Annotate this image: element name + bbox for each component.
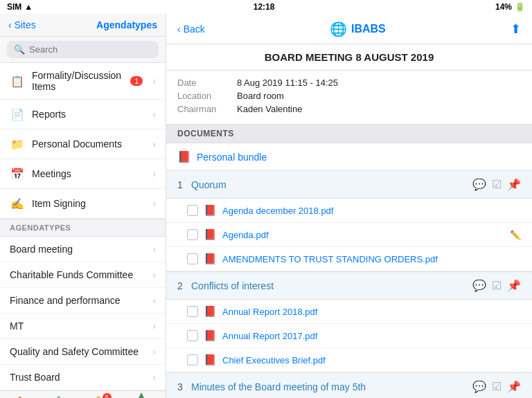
search-input[interactable] — [29, 44, 152, 55]
sidebar-back-label: Sites — [15, 19, 36, 30]
doc-name: Agenda december 2018.pdf — [222, 206, 521, 216]
item-signing-icon: ✍️ — [10, 196, 25, 211]
agenda-item-3-header: 3 Minutes of the Board meeting of may 5t… — [166, 373, 532, 398]
agenda-item-1-num: 1 — [177, 179, 191, 190]
sidebar-item-meetings[interactable]: 📅 Meetings › — [0, 159, 166, 189]
meeting-info: Date 8 Aug 2019 11:15 - 14:25 Location B… — [166, 71, 532, 125]
pdf-icon: 📕 — [204, 329, 217, 342]
reports-label: Reports — [32, 109, 145, 120]
sidebar-back-button[interactable]: ‹ Sites — [8, 19, 36, 30]
doc-name: Agenda.pdf — [222, 230, 504, 240]
pin-icon-2[interactable]: 📌 — [507, 279, 521, 292]
agenda-item-2: 2 Conflicts of interest 💬 ☑ 📌 📕 Annual R… — [166, 272, 532, 373]
doc-row[interactable]: 📕 AMENDMENTS TO TRUST STANDING ORDERS.pd… — [166, 247, 532, 271]
wifi-icon: ▲ — [24, 2, 33, 12]
doc-row[interactable]: 📕 Annual Report 2017.pdf — [166, 324, 532, 348]
checkbox-icon-2[interactable]: ☑ — [492, 279, 502, 292]
search-input-wrap[interactable]: 🔍 — [7, 41, 159, 58]
checkbox-icon-3[interactable]: ☑ — [492, 380, 502, 393]
trust-board-label: Trust Board — [10, 372, 145, 383]
doc-checkbox[interactable] — [187, 354, 198, 365]
app-logo — [127, 391, 155, 398]
chevron-right-icon-board: › — [152, 244, 156, 255]
chairman-label: Chairman — [177, 104, 226, 114]
doc-checkbox[interactable] — [187, 330, 198, 341]
notification-badge: 5 — [103, 393, 112, 398]
upload-icon[interactable]: ⬆ — [511, 21, 521, 37]
agenda-item-3: 3 Minutes of the Board meeting of may 5t… — [166, 373, 532, 398]
sidebar-item-personal-docs[interactable]: 📁 Personal Documents › — [0, 129, 166, 159]
doc-checkbox[interactable] — [187, 253, 198, 264]
svg-marker-0 — [129, 392, 154, 398]
meetings-icon: 📅 — [10, 166, 25, 181]
mt-label: MT — [10, 320, 145, 332]
back-chevron-icon: ‹ — [177, 24, 181, 35]
personal-docs-icon: 📁 — [10, 136, 25, 152]
sidebar-item-trust-board[interactable]: Trust Board › — [0, 365, 166, 390]
comment-icon-2[interactable]: 💬 — [472, 279, 486, 292]
agenda-item-2-title: Conflicts of interest — [191, 280, 472, 291]
chevron-left-icon: ‹ — [8, 19, 12, 30]
agenda-item-1: 1 Quorum 💬 ☑ 📌 📕 Agenda december 2018.pd… — [166, 171, 532, 272]
content-area: ‹ Back 🌐 IBABS ⬆ BOARD MEETING 8 AUGUST … — [166, 14, 532, 398]
comment-icon-1[interactable]: 💬 — [472, 178, 486, 191]
formality-icon: 📋 — [10, 73, 25, 89]
agenda-item-1-actions: 💬 ☑ 📌 — [472, 178, 521, 191]
carrier-text: SIM — [7, 2, 21, 12]
search-icon: 🔍 — [14, 44, 25, 55]
formality-badge: 1 — [130, 76, 143, 86]
pin-icon-3[interactable]: 📌 — [507, 380, 521, 393]
personal-bundle-row[interactable]: 📕 Personal bundle — [166, 143, 532, 171]
chairman-value: Kaden Valentine — [237, 104, 302, 114]
checkbox-icon-1[interactable]: ☑ — [492, 178, 502, 191]
doc-row[interactable]: 📕 Agenda december 2018.pdf — [166, 199, 532, 223]
edit-icon[interactable]: ✏️ — [510, 230, 521, 240]
doc-row[interactable]: 📕 Annual Report 2018.pdf — [166, 300, 532, 324]
ibabs-logo: 🌐 IBABS — [330, 21, 386, 37]
agenda-item-3-actions: 💬 ☑ 📌 — [472, 380, 521, 393]
location-value: Board room — [237, 91, 284, 101]
sidebar-nav-items: 📋 Formality/Discussion Items 1 › 📄 Repor… — [0, 63, 166, 219]
doc-checkbox[interactable] — [187, 306, 198, 317]
charitable-funds-label: Charitable Funds Committee — [10, 269, 145, 280]
quality-safety-label: Quality and Safety Committee — [10, 346, 145, 357]
reports-icon: 📄 — [10, 107, 25, 122]
sidebar-item-finance[interactable]: Finance and performance › — [0, 288, 166, 314]
doc-row[interactable]: 📕 Chief Executives Brief.pdf — [166, 348, 532, 372]
personal-bundle-icon: 📕 — [177, 150, 191, 163]
bottom-bar: 🏠 ⚙️ 🔔 5 — [0, 390, 166, 398]
pin-icon-1[interactable]: 📌 — [507, 178, 521, 191]
chevron-right-icon-meetings: › — [152, 168, 156, 179]
sidebar-item-board-meeting[interactable]: Board meeting › — [0, 237, 166, 262]
status-bar-time: 12:18 — [254, 2, 275, 12]
pdf-icon: 📕 — [204, 228, 217, 241]
sidebar-item-reports[interactable]: 📄 Reports › — [0, 100, 166, 129]
content-top-bar: ‹ Back 🌐 IBABS ⬆ — [166, 14, 532, 44]
doc-row[interactable]: 📕 Agenda.pdf ✏️ — [166, 223, 532, 247]
sidebar-item-charitable-funds[interactable]: Charitable Funds Committee › — [0, 262, 166, 288]
sidebar-item-item-signing[interactable]: ✍️ Item Signing › — [0, 189, 166, 219]
date-label: Date — [177, 78, 226, 88]
doc-checkbox[interactable] — [187, 205, 198, 216]
location-label: Location — [177, 91, 226, 101]
agenda-item-2-actions: 💬 ☑ 📌 — [472, 279, 521, 292]
doc-checkbox[interactable] — [187, 229, 198, 240]
comment-icon-3[interactable]: 💬 — [472, 380, 486, 393]
status-bar: SIM ▲ 12:18 14% 🔋 — [0, 0, 532, 14]
sidebar-item-mt[interactable]: MT › — [0, 314, 166, 339]
chevron-right-icon-charitable: › — [152, 269, 156, 280]
agenda-item-1-header: 1 Quorum 💬 ☑ 📌 — [166, 171, 532, 199]
personal-bundle-text: Personal bundle — [197, 152, 267, 163]
sidebar-item-formality[interactable]: 📋 Formality/Discussion Items 1 › — [0, 63, 166, 100]
chevron-right-icon-finance: › — [152, 295, 156, 306]
sidebar-item-quality-safety[interactable]: Quality and Safety Committee › — [0, 339, 166, 365]
ibabs-logo-icon: 🌐 — [330, 21, 347, 37]
back-button[interactable]: ‹ Back — [177, 24, 205, 35]
status-bar-right: 14% 🔋 — [495, 2, 525, 12]
finance-label: Finance and performance — [10, 295, 145, 306]
chevron-right-icon-reports: › — [152, 109, 156, 120]
chevron-right-icon-trust: › — [152, 372, 156, 383]
content-scroll[interactable]: 📕 Personal bundle 1 Quorum 💬 ☑ 📌 📕 — [166, 143, 532, 398]
documents-header: DOCUMENTS — [166, 125, 532, 143]
chevron-right-icon-signing: › — [152, 198, 156, 209]
